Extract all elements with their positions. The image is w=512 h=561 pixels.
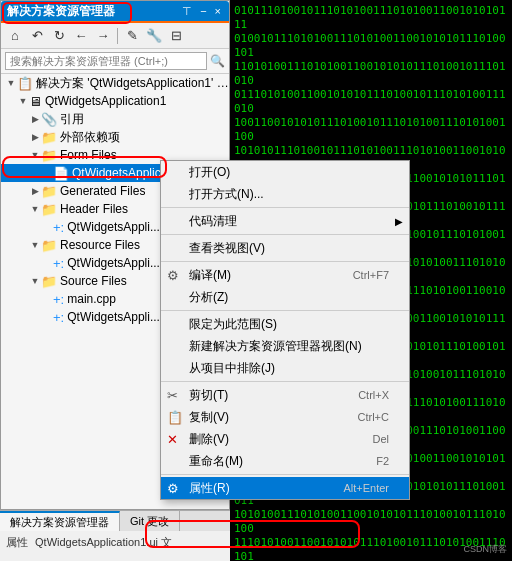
tab-content-area: 属性 QtWidgetsApplication1.ui 文 [0, 531, 230, 554]
menu-copy-label: 复制(V) [189, 409, 229, 426]
watermark: CSDN博客 [463, 543, 507, 556]
form-files-label: Form Files [60, 148, 117, 162]
properties-shortcut: Alt+Enter [323, 482, 389, 494]
menu-item-new-view[interactable]: 新建解决方案资源管理器视图(N) [161, 335, 409, 357]
compile-icon: ⚙ [167, 268, 179, 283]
tree-row-references[interactable]: ▶ 📎 引用 [1, 110, 229, 128]
menu-item-exclude[interactable]: 从项目中排除(J) [161, 357, 409, 379]
settings-btn[interactable]: 🔧 [144, 26, 164, 46]
menu-open-label: 打开(O) [189, 164, 230, 181]
tab-git-label: Git 更改 [130, 514, 169, 529]
menu-item-copy[interactable]: 📋 复制(V) Ctrl+C [161, 406, 409, 428]
cut-icon: ✂ [167, 388, 178, 403]
expand-ui-btn [41, 167, 53, 179]
solution-root-item[interactable]: ▼ 📋 解决方案 'QtWidgetsApplication1' (1 个项目，… [1, 74, 229, 92]
tab-solution-explorer[interactable]: 解决方案资源管理器 [0, 511, 120, 531]
form-files-icon: 📁 [41, 148, 57, 163]
menu-sep-2 [161, 234, 409, 235]
project-item[interactable]: ▼ 🖥 QtWidgetsApplication1 [1, 92, 229, 110]
pin-icon[interactable]: ⊤ [180, 5, 194, 18]
panel-title-bar: 解决方案资源管理器 ⊤ − × [1, 1, 229, 23]
expand-main-cpp-btn [41, 293, 53, 305]
rename-shortcut: F2 [356, 455, 389, 467]
next-btn[interactable]: → [93, 26, 113, 46]
generated-files-label: Generated Files [60, 184, 145, 198]
menu-view-class-label: 查看类视图(V) [189, 240, 265, 257]
delete-icon: ✕ [167, 432, 178, 447]
expand-resource-files-btn[interactable]: ▼ [29, 239, 41, 251]
project-icon: 🖥 [29, 94, 42, 109]
minimize-icon[interactable]: − [198, 5, 208, 17]
header-files-label: Header Files [60, 202, 128, 216]
main-cpp-label: main.cpp [67, 292, 116, 306]
panel-title: 解决方案资源管理器 [7, 3, 115, 20]
menu-item-properties[interactable]: ⚙ 属性(R) Alt+Enter [161, 477, 409, 499]
file-info-label: QtWidgetsApplication1.ui 文 [35, 536, 172, 548]
expand-source-item-btn [41, 311, 53, 323]
menu-sep-4 [161, 310, 409, 311]
menu-item-open-with[interactable]: 打开方式(N)... [161, 183, 409, 205]
menu-code-cleanup-arrow: ▶ [395, 216, 403, 227]
menu-properties-label: 属性(R) [189, 480, 230, 497]
copy-shortcut: Ctrl+C [338, 411, 389, 423]
menu-item-analyze[interactable]: 分析(Z) [161, 286, 409, 308]
compile-shortcut: Ctrl+F7 [333, 269, 389, 281]
source-item-label: QtWidgetsAppli... [67, 310, 160, 324]
back-btn[interactable]: ↶ [27, 26, 47, 46]
expand-generated-btn[interactable]: ▶ [29, 185, 41, 197]
menu-open-with-label: 打开方式(N)... [189, 186, 264, 203]
expand-project-btn[interactable]: ▼ [17, 95, 29, 107]
home-btn[interactable]: ⌂ [5, 26, 25, 46]
expand-form-files-btn[interactable]: ▼ [29, 149, 41, 161]
menu-new-view-label: 新建解决方案资源管理器视图(N) [189, 338, 362, 355]
menu-item-open[interactable]: 打开(O) [161, 161, 409, 183]
menu-exclude-label: 从项目中排除(J) [189, 360, 275, 377]
menu-item-view-class[interactable]: 查看类视图(V) [161, 237, 409, 259]
menu-scope-label: 限定为此范围(S) [189, 316, 277, 333]
menu-cut-label: 剪切(T) [189, 387, 228, 404]
cut-shortcut: Ctrl+X [338, 389, 389, 401]
search-bar: 🔍 [1, 49, 229, 74]
bottom-tabs: 解决方案资源管理器 Git 更改 属性 QtWidgetsApplication… [0, 510, 230, 561]
project-label: QtWidgetsApplication1 [45, 94, 166, 108]
menu-delete-label: 删除(V) [189, 431, 229, 448]
expand-source-files-btn[interactable]: ▼ [29, 275, 41, 287]
tree-row-external-deps[interactable]: ▶ 📁 外部依赖项 [1, 128, 229, 146]
close-icon[interactable]: × [213, 5, 223, 17]
header-item-icon: +: [53, 220, 64, 235]
menu-item-delete[interactable]: ✕ 删除(V) Del [161, 428, 409, 450]
source-item-icon: +: [53, 310, 64, 325]
header-item-label: QtWidgetsAppli... [67, 220, 160, 234]
menu-item-code-cleanup[interactable]: 代码清理 ▶ [161, 210, 409, 232]
expand-external-btn[interactable]: ▶ [29, 131, 41, 143]
tab-git-changes[interactable]: Git 更改 [120, 511, 180, 531]
resource-files-icon: 📁 [41, 238, 57, 253]
menu-item-scope[interactable]: 限定为此范围(S) [161, 313, 409, 335]
properties-label: 属性 [6, 536, 28, 548]
expand-header-files-btn[interactable]: ▼ [29, 203, 41, 215]
menu-sep-1 [161, 207, 409, 208]
prev-btn[interactable]: ← [71, 26, 91, 46]
resource-files-label: Resource Files [60, 238, 140, 252]
generated-files-icon: 📁 [41, 184, 57, 199]
search-input[interactable] [5, 52, 207, 70]
refresh-btn[interactable]: ↻ [49, 26, 69, 46]
source-files-label: Source Files [60, 274, 127, 288]
resource-item-icon: +: [53, 256, 64, 271]
expand-resource-item-btn [41, 257, 53, 269]
collapse-btn[interactable]: ⊟ [166, 26, 186, 46]
references-icon: 📎 [41, 112, 57, 127]
menu-item-compile[interactable]: ⚙ 编译(M) Ctrl+F7 [161, 264, 409, 286]
toolbar-sep1 [117, 28, 118, 44]
expand-references-btn[interactable]: ▶ [29, 113, 41, 125]
file-suffix: 文 [161, 536, 172, 548]
resource-item-label: QtWidgetsAppli... [67, 256, 160, 270]
menu-item-rename[interactable]: 重命名(M) F2 [161, 450, 409, 472]
source-files-icon: 📁 [41, 274, 57, 289]
expand-solution-btn[interactable]: ▼ [5, 77, 17, 89]
menu-code-cleanup-label: 代码清理 [189, 213, 237, 230]
toolbar: ⌂ ↶ ↻ ← → ✎ 🔧 ⊟ [1, 23, 229, 49]
menu-item-cut[interactable]: ✂ 剪切(T) Ctrl+X [161, 384, 409, 406]
edit-btn[interactable]: ✎ [122, 26, 142, 46]
solution-icon: 📋 [17, 76, 33, 91]
